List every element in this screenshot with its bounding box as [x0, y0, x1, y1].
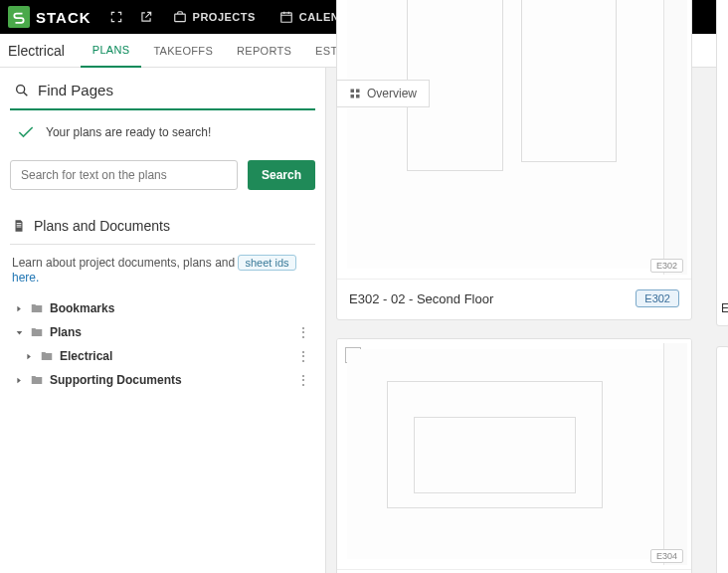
- plan-thumbnail: E302: [337, 0, 691, 280]
- sidebar: Find Pages Your plans are ready to searc…: [0, 68, 326, 573]
- card-footer: E302 - 02 - Second Floor E302: [337, 280, 691, 319]
- tab-takeoffs[interactable]: TAKEOFFS: [141, 34, 225, 68]
- svg-rect-8: [351, 95, 355, 98]
- kebab-icon[interactable]: ⋮: [295, 373, 311, 387]
- caret-right-icon[interactable]: [14, 377, 24, 384]
- ready-row: Your plans are ready to search!: [10, 110, 315, 160]
- tree: Bookmarks Plans ⋮ Electrical ⋮ Supportin…: [10, 296, 315, 392]
- learn-row: Learn about project documents, plans and…: [10, 245, 315, 296]
- caret-down-icon[interactable]: [14, 329, 24, 336]
- folder-icon: [30, 325, 44, 339]
- fullscreen-icon[interactable]: [103, 4, 129, 30]
- folder-icon: [30, 301, 44, 315]
- tab-reports[interactable]: REPORTS: [225, 34, 303, 68]
- learn-prefix: Learn about project documents, plans and: [12, 256, 238, 270]
- tree-plans[interactable]: Plans ⋮: [10, 320, 315, 344]
- sheet-small-badge: E302: [650, 259, 683, 273]
- grid-icon: [349, 88, 361, 99]
- svg-rect-7: [356, 90, 360, 94]
- search-button[interactable]: Search: [248, 160, 315, 190]
- tree-bookmarks[interactable]: Bookmarks: [10, 296, 315, 320]
- search-icon: [14, 83, 30, 98]
- tab-plans[interactable]: PLANS: [81, 34, 142, 68]
- plans-docs-header: Plans and Documents: [10, 212, 315, 245]
- find-pages-header: Find Pages: [10, 78, 315, 110]
- sheet-ids-chip[interactable]: sheet ids: [238, 255, 295, 271]
- plan-card[interactable]: E304 E304 E304: [336, 338, 692, 573]
- caret-right-icon[interactable]: [14, 305, 24, 312]
- check-icon: [16, 122, 36, 142]
- folder-icon: [40, 349, 54, 363]
- tree-supporting[interactable]: Supporting Documents ⋮: [10, 368, 315, 392]
- project-label: Electrical: [8, 43, 75, 59]
- briefcase-icon: [173, 10, 187, 24]
- search-row: Search: [10, 160, 315, 190]
- tree-label: Electrical: [60, 349, 295, 363]
- svg-rect-6: [351, 90, 355, 94]
- external-link-icon[interactable]: [133, 4, 159, 30]
- tree-electrical[interactable]: Electrical ⋮: [10, 344, 315, 368]
- plan-card-peek[interactable]: E4: [716, 346, 728, 573]
- nav-projects[interactable]: PROJECTS: [163, 10, 266, 24]
- kebab-icon[interactable]: ⋮: [295, 325, 311, 339]
- learn-here-link[interactable]: here.: [12, 271, 39, 285]
- ready-text: Your plans are ready to search!: [46, 125, 211, 139]
- svg-point-2: [17, 85, 25, 93]
- overview-button[interactable]: Overview: [336, 80, 430, 107]
- sheet-small-badge: E304: [650, 549, 683, 563]
- logo-icon: [8, 6, 30, 28]
- caret-right-icon[interactable]: [24, 353, 34, 360]
- brand: STACK: [36, 9, 91, 26]
- peek-label: E3: [721, 301, 728, 315]
- svg-rect-0: [174, 14, 185, 22]
- content-pane: Overview E302 E302 - 02 - Second Floor E…: [326, 68, 728, 573]
- svg-rect-5: [17, 227, 22, 228]
- document-icon: [12, 219, 26, 233]
- plan-card[interactable]: E302 E302 - 02 - Second Floor E302: [336, 0, 692, 320]
- tree-label: Plans: [50, 325, 295, 339]
- kebab-icon[interactable]: ⋮: [295, 349, 311, 363]
- main: Find Pages Your plans are ready to searc…: [0, 68, 728, 573]
- svg-rect-1: [281, 13, 292, 22]
- svg-rect-3: [17, 223, 22, 224]
- tree-label: Bookmarks: [50, 301, 311, 315]
- svg-rect-4: [17, 225, 22, 226]
- calendar-icon: [279, 10, 293, 24]
- plan-card-peek[interactable]: E3: [716, 0, 728, 326]
- card-badge: E302: [636, 289, 679, 307]
- nav-projects-label: PROJECTS: [193, 11, 256, 23]
- plans-title: Plans and Documents: [34, 218, 170, 234]
- card-title: E302 - 02 - Second Floor: [349, 291, 493, 306]
- search-input[interactable]: [10, 160, 238, 190]
- find-title: Find Pages: [38, 82, 113, 98]
- svg-rect-9: [356, 95, 360, 98]
- overview-label: Overview: [367, 87, 417, 100]
- tree-label: Supporting Documents: [50, 373, 295, 387]
- folder-icon: [30, 373, 44, 387]
- plan-thumbnail: E304: [337, 339, 691, 570]
